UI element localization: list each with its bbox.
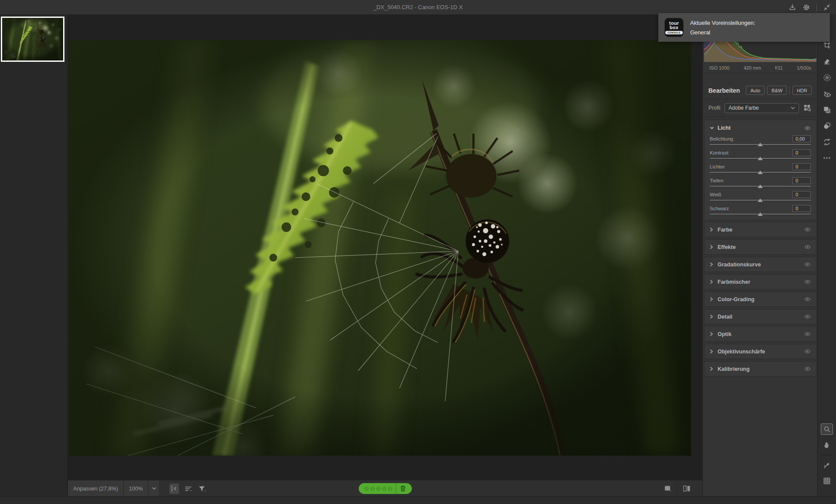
slider-value-input[interactable]: 0 xyxy=(792,163,811,170)
rating-star[interactable]: ☆ xyxy=(370,485,375,492)
slider-thumb[interactable] xyxy=(758,171,763,174)
download-icon[interactable] xyxy=(789,3,796,11)
slider-track[interactable] xyxy=(710,143,811,147)
hdr-button[interactable]: HDR xyxy=(792,86,812,95)
more-options-icon[interactable] xyxy=(821,152,833,164)
section-kalibrierung[interactable]: Kalibrierung xyxy=(704,361,816,376)
window-title: _DX_5040.CR2 - Canon EOS-1D X xyxy=(0,0,836,14)
slider-label: Belichtung xyxy=(710,136,733,141)
filmstrip-thumbnail-selected[interactable] xyxy=(1,17,64,62)
shutter-value: 1/500s xyxy=(797,65,811,71)
light-section-header[interactable]: Licht xyxy=(710,123,811,133)
heal-eraser-icon[interactable] xyxy=(821,56,833,67)
edit-buttons-separator xyxy=(789,87,790,94)
zoom-level-button[interactable]: 100% xyxy=(124,480,148,497)
visibility-eye-icon[interactable] xyxy=(804,126,811,131)
slider-thumb[interactable] xyxy=(758,185,763,188)
section-effekte[interactable]: Effekte xyxy=(704,239,816,255)
visibility-eye-icon[interactable] xyxy=(804,279,811,284)
settings-gear-icon[interactable] xyxy=(802,3,810,11)
hand-tool-icon[interactable] xyxy=(821,439,833,450)
visibility-eye-icon[interactable] xyxy=(804,349,811,354)
slider-value-input[interactable]: 0 xyxy=(792,205,811,212)
chevron-down-icon xyxy=(710,127,714,130)
slider-label: Kontrast xyxy=(710,150,728,155)
photo-preview[interactable] xyxy=(69,40,691,456)
sync-settings-icon[interactable] xyxy=(821,136,833,148)
visibility-eye-icon[interactable] xyxy=(804,366,811,371)
aperture-value: f/11 xyxy=(775,65,783,71)
section-gradationskurve[interactable]: Gradationskurve xyxy=(704,257,816,272)
slider-value-input[interactable]: 0,00 xyxy=(792,135,811,142)
grid-overlay-icon[interactable] xyxy=(821,475,833,487)
section-label: Gradationskurve xyxy=(718,262,800,268)
section-label: Farbmischer xyxy=(718,279,800,285)
slider-thumb[interactable] xyxy=(758,198,763,202)
snapshots-icon[interactable] xyxy=(821,120,833,131)
exif-info-row: ISO 1000 420 mm f/11 1/500s xyxy=(704,62,816,74)
filmstrip-toggle-icon[interactable] xyxy=(169,484,179,494)
focal-length-value: 420 mm xyxy=(744,65,761,71)
chevron-right-icon xyxy=(710,245,713,249)
slider-track[interactable] xyxy=(710,171,811,175)
slider-tiefen: Tiefen 0 xyxy=(710,177,811,189)
visibility-eye-icon[interactable] xyxy=(804,314,811,319)
before-after-icon[interactable] xyxy=(683,485,691,492)
slider-track[interactable] xyxy=(710,198,811,203)
section-objektivunschrfe[interactable]: Objektivunschärfe xyxy=(704,344,816,359)
delete-button[interactable] xyxy=(398,483,408,494)
presets-icon[interactable] xyxy=(821,104,833,115)
slider-value-input[interactable]: 0 xyxy=(792,177,811,184)
edit-header-row: Bearbeiten Auto B&W HDR xyxy=(703,82,817,99)
visibility-eye-icon[interactable] xyxy=(804,245,811,249)
section-label: Kalibrierung xyxy=(718,366,800,372)
tourbox-notification: tour box CONSOLE Aktuelle Voreinstellung… xyxy=(658,13,830,42)
profile-value: Adobe Farbe xyxy=(728,105,758,111)
single-preview-icon[interactable] xyxy=(664,485,672,492)
zoom-tool-icon[interactable] xyxy=(821,423,833,435)
visibility-eye-icon[interactable] xyxy=(804,227,811,232)
visibility-eye-icon[interactable] xyxy=(804,297,811,302)
profile-select[interactable]: Adobe Farbe xyxy=(725,103,799,113)
collapse-icon[interactable] xyxy=(823,3,831,11)
section-detail[interactable]: Detail xyxy=(704,309,816,324)
filter-icon[interactable] xyxy=(198,485,206,492)
slider-thumb[interactable] xyxy=(758,143,763,146)
slider-value-input[interactable]: 0 xyxy=(792,149,811,156)
slider-thumb[interactable] xyxy=(758,157,763,160)
red-eye-icon[interactable] xyxy=(821,88,833,99)
slider-lichter: Lichter 0 xyxy=(710,163,811,175)
status-strip xyxy=(0,496,836,504)
visibility-eye-icon[interactable] xyxy=(804,262,811,267)
white-balance-eyedropper-icon[interactable] xyxy=(821,460,833,471)
sort-icon[interactable] xyxy=(185,485,192,492)
slider-thumb[interactable] xyxy=(758,212,763,216)
section-colorgrading[interactable]: Color-Grading xyxy=(704,292,816,307)
rating-star[interactable]: ☆ xyxy=(387,485,393,492)
auto-button[interactable]: Auto xyxy=(746,86,765,95)
section-farbe[interactable]: Farbe xyxy=(704,222,816,237)
notification-line2: General xyxy=(690,29,755,36)
slider-track[interactable] xyxy=(710,185,811,189)
slider-belichtung: Belichtung 0,00 xyxy=(710,135,811,147)
profile-browser-icon[interactable] xyxy=(803,104,812,112)
light-section: Licht Belichtung 0,00 Kontrast 0 Lichter… xyxy=(704,120,816,220)
slider-track[interactable] xyxy=(710,157,811,161)
section-farbmischer[interactable]: Farbmischer xyxy=(704,274,816,289)
rating-star[interactable]: ☆ xyxy=(364,485,369,492)
rating-star[interactable]: ☆ xyxy=(375,485,381,492)
slider-value-input[interactable]: 0 xyxy=(792,191,811,198)
bw-button[interactable]: B&W xyxy=(767,86,787,95)
rating-separator xyxy=(396,483,396,494)
slider-track[interactable] xyxy=(710,212,811,217)
section-optik[interactable]: Optik xyxy=(704,326,816,342)
visibility-eye-icon[interactable] xyxy=(804,332,811,336)
zoom-fit-button[interactable]: Anpassen (27,8%) xyxy=(68,480,124,497)
rating-star[interactable]: ☆ xyxy=(381,485,387,492)
chevron-right-icon xyxy=(710,227,713,232)
masking-icon[interactable] xyxy=(821,72,833,83)
tourbox-logo-badge: CONSOLE xyxy=(665,31,683,34)
profile-label: Profil xyxy=(708,105,720,111)
chevron-right-icon xyxy=(710,332,713,336)
zoom-level-dropdown[interactable] xyxy=(148,480,160,497)
